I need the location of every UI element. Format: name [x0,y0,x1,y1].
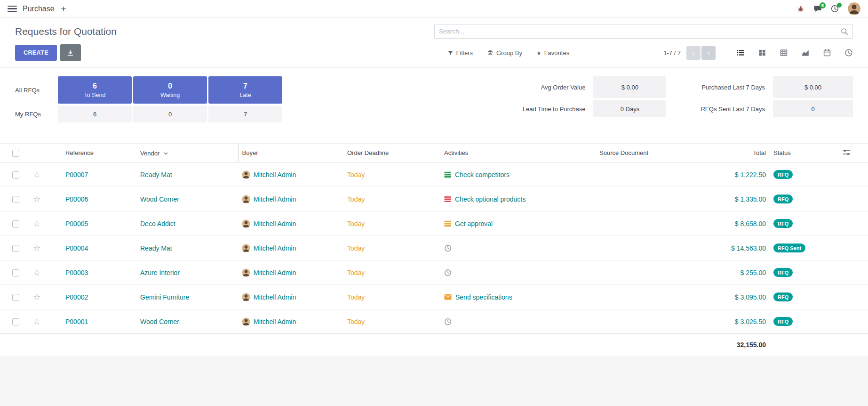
activity-cell[interactable]: Check competitors [444,171,592,179]
favorite-star-icon[interactable] [33,219,40,228]
buyer-cell: Mitchell Admin [254,269,296,276]
table-row[interactable]: P00001 Wood Corner Mitchell Admin Today … [0,309,868,334]
my-late-cell[interactable]: 7 [208,106,282,122]
card-late[interactable]: 7 Late [208,76,282,104]
column-header-buyer[interactable]: Buyer [238,144,343,162]
favorite-star-icon[interactable] [33,292,40,302]
activity-cell[interactable]: Get approval [444,220,592,227]
status-badge: RFQ [773,219,793,228]
favorite-star-icon[interactable] [33,170,40,179]
user-menu[interactable] [848,2,860,15]
vendor-cell: Deco Addict [136,211,238,236]
column-header-total[interactable]: Total [685,144,770,162]
column-header-activities[interactable]: Activities [440,144,596,162]
card-to-send[interactable]: 6 To Send [58,76,132,104]
app-name-menu[interactable]: Purchase [23,5,55,13]
kpi-avg-order-value[interactable]: $ 0.00 [593,76,666,98]
buyer-avatar [242,219,250,228]
user-avatar [848,2,860,15]
column-header-status[interactable]: Status [770,144,828,162]
favorite-star-icon[interactable] [33,244,40,253]
group-by-button[interactable]: Group By [487,49,522,57]
tasks-icon-yellow [444,220,451,227]
activities-menu[interactable] [831,5,839,13]
row-checkbox[interactable] [12,245,19,252]
pager-range: 1-7 / 7 [663,49,681,57]
order-deadline-cell: Today [343,211,440,236]
row-checkbox[interactable] [12,269,19,276]
buyer-avatar [242,195,250,203]
favorites-star-icon [536,49,542,57]
my-to-send-cell[interactable]: 6 [58,106,132,122]
kpi-rfqs-sent-7days[interactable]: 0 [773,100,853,117]
row-checkbox[interactable] [12,196,19,203]
buyer-cell: Mitchell Admin [254,244,296,252]
pager-next-button[interactable] [701,46,716,60]
total-cell: $ 3,026.50 [685,309,770,334]
kpi-rfqs-sent-7days-label: RFQs Sent Last 7 Days [674,106,765,113]
my-rfqs-label: My RFQs [15,111,56,118]
row-checkbox[interactable] [12,294,19,301]
activity-cell[interactable] [444,244,592,252]
source-document-cell [596,162,685,187]
reference-cell: P00004 [59,236,136,260]
list-footer-row: 32,155.00 [0,334,868,356]
row-checkbox[interactable] [12,171,19,179]
export-button[interactable] [60,44,81,61]
kpi-lead-time-label: Lead Time to Purchase [523,106,586,113]
activity-cell[interactable]: Check optional products [444,195,592,203]
my-waiting-cell[interactable]: 0 [133,106,207,122]
column-header-source-document[interactable]: Source Document [596,144,685,162]
search-options-bar: Filters Group By Favorites [447,49,570,57]
search-icon[interactable] [841,28,848,35]
activity-cell[interactable] [444,269,592,276]
kpi-lead-time[interactable]: 0 Days [593,100,666,117]
row-checkbox[interactable] [12,220,19,227]
source-document-cell [596,187,685,211]
apps-menu-icon[interactable] [8,6,17,12]
row-checkbox[interactable] [12,318,19,325]
favorite-star-icon[interactable] [33,268,40,277]
kanban-view-icon[interactable] [758,49,766,57]
activity-cell[interactable]: Send specifications [444,293,592,301]
kpi-purchased-7days[interactable]: $ 0.00 [773,76,853,98]
activity-count-badge [837,3,842,8]
column-header-order-deadline[interactable]: Order Deadline [343,144,440,162]
favorite-star-icon[interactable] [33,317,40,326]
vendor-cell: Wood Corner [136,187,238,211]
select-all-checkbox[interactable] [0,144,24,162]
reference-cell: P00002 [59,285,136,309]
filters-button[interactable]: Filters [447,49,473,57]
optional-columns-button[interactable] [828,144,868,162]
plus-icon[interactable] [61,4,66,13]
table-row[interactable]: P00002 Gemini Furniture Mitchell Admin T… [0,285,868,309]
clock-icon [444,318,452,325]
pager-previous-button[interactable] [686,46,701,60]
reference-cell: P00007 [59,162,136,187]
table-row[interactable]: P00004 Ready Mat Mitchell Admin Today $ … [0,236,868,260]
graph-view-icon[interactable] [801,49,810,57]
view-switcher [736,49,853,57]
list-view-icon[interactable] [736,49,745,57]
order-deadline-cell: Today [343,236,440,260]
debug-bug-icon[interactable] [797,5,804,13]
table-row[interactable]: P00005 Deco Addict Mitchell Admin Today … [0,211,868,236]
total-cell: $ 3,095.00 [685,285,770,309]
reference-cell: P00003 [59,260,136,285]
create-button[interactable]: CREATE [15,45,57,61]
column-header-reference[interactable]: Reference [59,144,136,162]
activity-cell[interactable] [444,318,592,325]
column-header-vendor[interactable]: Vendor [136,144,238,162]
table-row[interactable]: P00003 Azure Interior Mitchell Admin Tod… [0,260,868,285]
favorite-star-icon[interactable] [33,195,40,204]
table-row[interactable]: P00007 Ready Mat Mitchell Admin Today Ch… [0,162,868,187]
pivot-view-icon[interactable] [780,49,788,57]
calendar-view-icon[interactable] [823,49,831,57]
search-box[interactable] [434,24,853,39]
search-input[interactable] [439,28,841,35]
table-row[interactable]: P00006 Wood Corner Mitchell Admin Today … [0,187,868,211]
favorites-button[interactable]: Favorites [536,49,569,57]
activity-view-icon[interactable] [844,49,853,57]
card-waiting[interactable]: 0 Waiting [133,76,207,104]
messages-menu[interactable]: 5 [813,5,822,13]
